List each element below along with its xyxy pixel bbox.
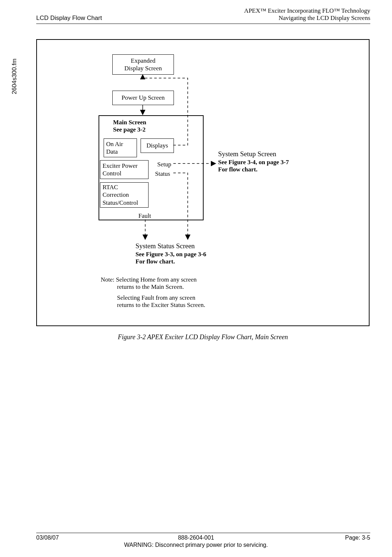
exciter-power-control-box: Exciter Power Control: [100, 160, 149, 179]
footer-warning: WARNING: Disconnect primary power prior …: [0, 542, 392, 548]
figure-caption: Figure 3-2 APEX Exciter LCD Display Flow…: [36, 333, 370, 341]
main-screen-title: Main Screen See page 3-2: [113, 119, 185, 133]
power-up-label: Power Up Screen: [122, 94, 165, 101]
note-2b: returns to the Exciter Status Screen.: [117, 302, 205, 309]
note-1a: Note: Selecting Home from any screen: [101, 276, 197, 283]
exciter-l1: Exciter Power: [103, 162, 138, 170]
exciter-l2: Control: [103, 170, 138, 177]
rtac-l3: Status/Control: [103, 199, 138, 207]
main-screen-title-l2: See page 3-2: [113, 126, 185, 133]
system-status-sub2: For flow chart.: [135, 258, 175, 265]
side-filename: 2604s300.fm: [11, 59, 18, 94]
header-right-bottom: Navigating the LCD Display Screens: [279, 14, 370, 22]
displays-box: Displays: [141, 138, 174, 153]
footer-rule: [36, 533, 370, 533]
rtac-l1: RTAC: [103, 183, 138, 191]
displays-label: Displays: [146, 142, 168, 149]
system-setup-title: System Setup Screen: [218, 150, 276, 158]
on-air-l1: On Air: [106, 140, 123, 148]
rtac-l2: Correction: [103, 191, 138, 199]
header-left: LCD Display Flow Chart: [36, 14, 102, 22]
footer-page: Page: 3-5: [345, 535, 370, 541]
status-label: Status: [155, 170, 170, 178]
note-2a: Selecting Fault from any screen: [117, 294, 195, 302]
header-rule: [36, 24, 370, 24]
footer-docnum: 888-2604-001: [0, 535, 392, 541]
expanded-display-label: Expanded Display Screen: [124, 57, 162, 72]
setup-label: Setup: [157, 161, 171, 168]
expanded-display-box: Expanded Display Screen: [112, 54, 174, 75]
power-up-box: Power Up Screen: [112, 91, 174, 105]
note-1b: returns to the Main Screen.: [117, 283, 184, 291]
figure-frame: Expanded Display Screen Power Up Screen …: [36, 39, 370, 326]
on-air-data-box: On Air Data: [104, 138, 137, 157]
system-setup-sub1: See Figure 3-4, on page 3-7: [218, 159, 289, 166]
page: LCD Display Flow Chart APEX™ Exciter Inc…: [0, 0, 392, 557]
on-air-l2: Data: [106, 148, 123, 155]
system-status-title: System Status Screen: [135, 242, 195, 250]
header-right-top: APEX™ Exciter Incorporating FLO™ Technol…: [244, 7, 370, 14]
main-screen-title-l1: Main Screen: [113, 119, 185, 126]
system-status-sub1: See Figure 3-3, on page 3-6: [135, 251, 206, 258]
system-setup-sub2: For flow chart.: [218, 166, 258, 173]
rtac-box: RTAC Correction Status/Control: [100, 182, 149, 208]
fault-label: Fault: [138, 212, 151, 220]
